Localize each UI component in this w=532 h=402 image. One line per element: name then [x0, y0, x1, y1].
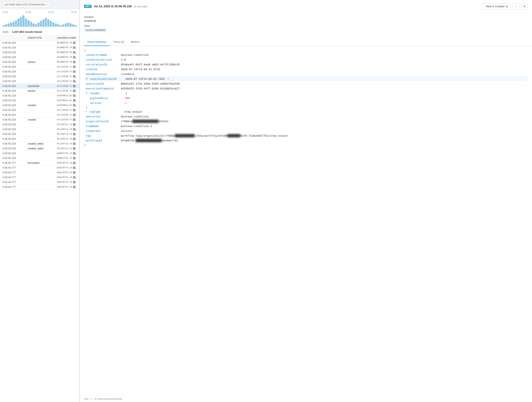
tab-event-attributes[interactable]: Event Attributes — [84, 38, 110, 46]
tab-metrics[interactable]: Metrics — [127, 38, 143, 46]
row-time: 5:46:45.228 — [2, 51, 28, 54]
chart-area: 12:45 13:00 13:15 13:30 — [0, 9, 79, 29]
col-workflowid: @WORKFLOWID — [57, 37, 77, 39]
close-button[interactable]: ✕ — [521, 3, 528, 10]
table-row[interactable]: 5:46:45.228 87e88570-f4 ████ 9a70 — [0, 50, 79, 55]
table-row[interactable]: 5:46:45.228 87e88570-f4 ████ 9a70 — [0, 41, 79, 45]
chart-bar — [7, 23, 10, 27]
row-eventtype — [28, 137, 57, 140]
table-row[interactable]: 5:46:45.228 a7cc5528-fc ████ 33ff — [0, 79, 79, 84]
row-workflowid: b56c0774-c6 ████ a17f — [57, 161, 77, 164]
attr-correlationId: correlationId 85a0aabf-0437-4e4b-a6b5-4e… — [84, 62, 528, 67]
table-row[interactable]: 5:46:45.228 91c10fcd-c5 ████ aa35 — [0, 122, 79, 127]
row-workflowid: 91c10fcd-c5 ████ aa35 — [57, 133, 77, 136]
chart-bar — [70, 23, 72, 27]
table-row[interactable]: 5:46:45.228 bd0d3716-c5 ████ 90cd — [0, 151, 79, 156]
chart-bar — [20, 17, 22, 27]
table-row[interactable]: 5:46:45.228 bd0d3716-c5 ████ 90cd — [0, 156, 79, 161]
tab-trace[interactable]: Trace (0) — [110, 38, 127, 46]
row-eventtype — [28, 109, 57, 111]
tag-chip[interactable]: source:undefined — [84, 28, 107, 32]
table-row[interactable]: 5:46:45.228 created a7cc5528-fc ████ 33f… — [0, 118, 79, 122]
table-row[interactable]: 5:46:45.228 5a47981a-0c ████ b79d — [0, 93, 79, 98]
row-workflowid: bd0d3716-c5 ████ 90cd — [57, 157, 77, 160]
row-workflowid: 87e88570-f4 ████ 9a70 — [57, 51, 77, 54]
row-time: 5:46:45.228 — [2, 147, 28, 150]
chart-bar — [47, 19, 49, 27]
table-row[interactable]: 5:46:44.777 b56c0774-c6 ████ a17f — [0, 185, 79, 190]
header-actions: View in Context ◎ ↑ ✕ — [482, 3, 528, 10]
row-eventtype — [28, 41, 57, 44]
table-row[interactable]: 5:46:44.777 b56c0774-c6 ████ a17f — [0, 170, 79, 175]
table-row[interactable]: 5:46:45.228 a7cc5528-fc ████ 33ff — [0, 69, 79, 74]
row-workflowid: b56c0774-c6 ████ a17f — [57, 171, 77, 174]
row-eventtype — [28, 186, 57, 188]
chart-labels: 12:45 13:00 13:15 13:30 — [2, 11, 77, 13]
table-row[interactable]: 5:46:45.228 created 5a47981a-0c ████ b79… — [0, 103, 79, 108]
table-row[interactable]: 5:46:45.228 created_failed 91c10fcd-c5 █… — [0, 142, 79, 146]
row-time: 5:46:44.777 — [2, 166, 28, 169]
attr-logType: ℹ logType step_output — [84, 109, 528, 114]
col-time — [2, 37, 28, 39]
chart-bar — [2, 25, 5, 27]
chart-bar — [13, 22, 15, 27]
row-time: 5:46:44.777 — [2, 186, 28, 188]
table-row[interactable]: 5:46:44.777 b56c0774-c6 ████ a17f — [0, 180, 79, 185]
table-row[interactable]: 5:46:45.228 87e88570-f4 ████ 9a70 — [0, 45, 79, 50]
row-time: 5:46:44.777 — [2, 181, 28, 184]
table-row[interactable]: 5:46:45.228 started 87e88570-f4 ████ 9a7… — [0, 60, 79, 65]
table-row[interactable]: 5:46:44.777 terminated b56c0774-c6 ████ … — [0, 161, 79, 166]
table-row[interactable]: 5:46:45.228 5a47981a-0c ████ b79d — [0, 98, 79, 103]
chart-bar — [43, 19, 44, 27]
table-row[interactable]: 5:46:45.228 91c10fcd-c5 ████ aa35 — [0, 127, 79, 132]
view-in-context-button[interactable]: View in Context ◎ — [482, 3, 511, 9]
collapse-icon[interactable]: ▼ — [86, 92, 88, 94]
row-time: 5:46:45.228 — [2, 80, 28, 83]
row-workflowid: 87e88570-f4 ████ 9a70 — [57, 46, 77, 49]
row-time: 5:46:45.228 — [2, 61, 28, 63]
info-icon: ℹ — [86, 110, 87, 113]
chart-bar — [57, 24, 59, 27]
row-time: 5:46:44.777 — [2, 161, 28, 164]
row-eventtype: started — [28, 89, 57, 92]
table-row[interactable]: 5:46:45.228 a7cc5528-fc ████ 33ff — [0, 113, 79, 118]
chart-bar — [72, 24, 74, 27]
row-workflowid: 5a47981a-0c ████ b79d — [57, 104, 77, 107]
table-row[interactable]: 5:46:45.228 91c10fcd-c5 ████ aa35 — [0, 137, 79, 142]
controls-link[interactable]: ntrols — [2, 31, 9, 33]
row-eventtype: started — [28, 61, 57, 63]
chart-bar — [22, 15, 25, 27]
log-detail-header: INFO Jul 14, 2020 at 15:46:45.228 (a day… — [80, 0, 532, 13]
table-row[interactable]: 5:46:45.228 created_failed 91c10fcd-c5 █… — [0, 146, 79, 151]
row-eventtype: created — [28, 104, 57, 107]
tags-label: TAGS — [84, 25, 528, 27]
table-row[interactable]: 5:46:44.777 b56c0774-c6 ████ a17f — [0, 166, 79, 170]
share-button[interactable]: ↑ — [513, 3, 519, 10]
row-workflowid: b56c0774-c6 ████ a17f — [57, 176, 77, 179]
attr-stepState: stepState success — [84, 129, 528, 133]
table-row[interactable]: 5:46:45.228 a7cc5528-fc ████ 33ff — [0, 65, 79, 69]
table-row[interactable]: 5:46:44.777 b56c0774-c6 ████ a17f — [0, 175, 79, 180]
footer-hint: Use ↑ / ↓ to view previous/next log — [80, 396, 532, 402]
row-eventtype — [28, 99, 57, 102]
tab-close-icon[interactable]: ✕ — [46, 3, 48, 6]
table-row[interactable]: 5:46:45.228 a7cc5528-fc ████ 33ff — [0, 108, 79, 113]
chart-bar — [5, 24, 7, 27]
row-time: 5:46:45.228 — [2, 157, 28, 160]
attr-workflowId: workflowId 87e88570-████████████████a6a9… — [84, 138, 528, 143]
copy-icon[interactable]: ⧉ — [167, 77, 169, 80]
row-time: 5:46:45.228 — [2, 65, 28, 68]
row-workflowid: 91c10fcd-c5 ████ aa35 — [57, 142, 77, 145]
row-eventtype — [28, 171, 57, 174]
table-row[interactable]: 5:46:45.228 87e88570-f4 ████ 9a70 — [0, 55, 79, 60]
table-row[interactable]: 5:46:45.228 a7cc5528-fc ████ 33ff — [0, 74, 79, 79]
attr-executionStepUuid: executionStepUuid 6d59b933-fd16-4477-b26… — [84, 86, 528, 91]
table-row[interactable]: 5:46:45.228 started a7cc5528-fc ████ 33f… — [0, 89, 79, 93]
tab-item[interactable]: ac9-3e65-4a61-b720-224cde44192a ✕ — [2, 2, 50, 7]
row-time: 5:46:45.228 — [2, 46, 28, 49]
table-row[interactable]: 5:46:45.228 successful a7cc5528-fc ████ … — [0, 84, 79, 89]
row-time: 5:46:45.228 — [2, 109, 28, 111]
table-row[interactable]: 5:46:45.228 91c10fcd-c5 ████ aa35 — [0, 132, 79, 137]
row-eventtype: created_failed — [28, 147, 57, 150]
row-workflowid: 91c10fcd-c5 ████ aa35 — [57, 147, 77, 150]
